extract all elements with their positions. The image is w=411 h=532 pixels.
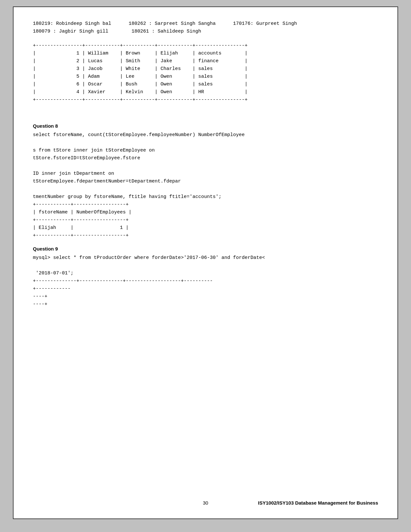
- question8-section: Question 8 select fstoreName, count(tSto…: [33, 123, 378, 240]
- header-section: 180219: Robindeep Singh bal 180262 : Sar…: [33, 20, 378, 35]
- page: 180219: Robindeep Singh bal 180262 : Sar…: [13, 6, 398, 519]
- question9-sql: mysql> select * from tProductOrder where…: [33, 254, 378, 277]
- question8-result-top: +------------+------------------+: [33, 201, 378, 209]
- spacer1: [33, 110, 378, 123]
- content: 180219: Robindeep Singh bal 180262 : Sar…: [33, 20, 378, 494]
- question8-label: Question 8: [33, 123, 378, 129]
- table1-row-2: | 3 | Jacob | White | Charles | sales |: [33, 65, 378, 73]
- table1-separator-top: +----------------+------------+---------…: [33, 42, 378, 50]
- footer-title: ISY1002/ISY103 Database Management for B…: [258, 500, 378, 506]
- table1-row-0: | 1 | William | Brown | Elijah | account…: [33, 50, 378, 57]
- question8-result-header: | fstoreName | NumberOfEmployees |: [33, 209, 378, 216]
- question9-section: Question 9 mysql> select * from tProduct…: [33, 246, 378, 308]
- header-line1: 180219: Robindeep Singh bal 180262 : Sar…: [33, 20, 378, 28]
- table1-row-3: | 5 | Adam | Lee | Owen | sales |: [33, 73, 378, 81]
- footer-page-number: 30: [203, 500, 208, 506]
- footer: 30 ISY1002/ISY103 Database Management fo…: [33, 494, 378, 506]
- table1-separator-bottom: +----------------+------------+---------…: [33, 96, 378, 104]
- question8-result-bottom: +------------+------------------+: [33, 232, 378, 240]
- table1-section: +----------------+------------+---------…: [33, 42, 378, 104]
- question8-result-row: | Elijah | 1 |: [33, 224, 378, 232]
- header-line2: 180079 : Jagbir Singh gill 180261 : Sahi…: [33, 28, 378, 35]
- question9-result-top: +--------------+---------------+--------…: [33, 277, 378, 293]
- question9-result-mid: ----+: [33, 293, 378, 300]
- table1-row-4: | 6 | Oscar | Bush | Owen | sales |: [33, 81, 378, 88]
- question9-label: Question 9: [33, 246, 378, 251]
- table1-row-5: | 4 | Xavier | Kelvin | Owen | HR |: [33, 88, 378, 96]
- question8-result-mid: +------------+------------------+: [33, 216, 378, 224]
- table1-row-1: | 2 | Lucas | Smith | Jake | finance |: [33, 57, 378, 65]
- question8-sql: select fstoreName, count(tStoreEmployee.…: [33, 131, 378, 201]
- question9-result-note: ----+: [33, 300, 378, 308]
